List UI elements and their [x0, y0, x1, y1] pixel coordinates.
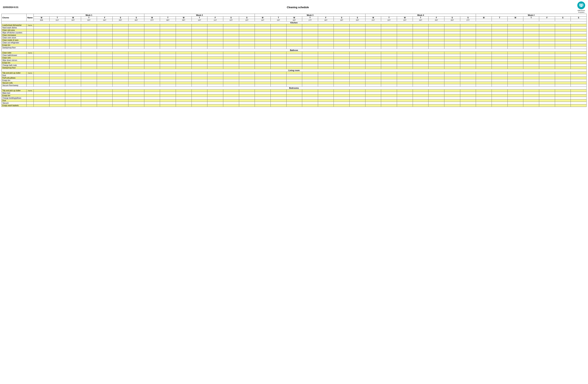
schedule-cell[interactable]: [334, 67, 350, 69]
schedule-cell[interactable]: [81, 37, 97, 39]
schedule-cell[interactable]: [334, 92, 350, 94]
schedule-cell[interactable]: [255, 29, 271, 32]
schedule-cell[interactable]: [381, 92, 397, 94]
schedule-cell[interactable]: [302, 37, 318, 39]
schedule-cell[interactable]: [444, 54, 460, 57]
schedule-cell[interactable]: [81, 34, 97, 37]
schedule-cell[interactable]: [460, 72, 476, 74]
schedule-cell[interactable]: [49, 94, 65, 97]
schedule-cell[interactable]: [302, 62, 318, 64]
schedule-cell[interactable]: [286, 54, 302, 57]
schedule-cell[interactable]: [571, 97, 587, 99]
schedule-cell[interactable]: [413, 44, 429, 46]
schedule-cell[interactable]: [65, 79, 81, 82]
schedule-cell[interactable]: [555, 82, 571, 84]
schedule-cell[interactable]: [318, 82, 334, 84]
schedule-cell[interactable]: [176, 32, 191, 34]
schedule-cell[interactable]: [444, 89, 460, 92]
schedule-cell[interactable]: [255, 84, 271, 87]
schedule-cell[interactable]: [65, 74, 81, 77]
schedule-cell[interactable]: [239, 79, 255, 82]
schedule-cell[interactable]: [523, 32, 539, 34]
schedule-cell[interactable]: [97, 26, 113, 29]
schedule-cell[interactable]: [286, 37, 302, 39]
schedule-cell[interactable]: [539, 72, 555, 74]
schedule-cell[interactable]: [34, 52, 49, 54]
schedule-cell[interactable]: [539, 44, 555, 46]
schedule-cell[interactable]: [476, 94, 492, 97]
schedule-cell[interactable]: [507, 77, 523, 79]
schedule-cell[interactable]: [302, 34, 318, 37]
schedule-cell[interactable]: [334, 94, 350, 97]
schedule-cell[interactable]: [318, 37, 334, 39]
schedule-cell[interactable]: [350, 54, 365, 57]
schedule-cell[interactable]: [286, 67, 302, 69]
schedule-cell[interactable]: [271, 37, 286, 39]
schedule-cell[interactable]: [381, 104, 397, 107]
schedule-cell[interactable]: [444, 74, 460, 77]
schedule-cell[interactable]: [476, 79, 492, 82]
schedule-cell[interactable]: [397, 24, 413, 26]
schedule-cell[interactable]: [365, 41, 381, 44]
schedule-cell[interactable]: [397, 41, 413, 44]
schedule-cell[interactable]: [191, 99, 207, 102]
schedule-cell[interactable]: [97, 97, 113, 99]
schedule-cell[interactable]: [65, 41, 81, 44]
schedule-cell[interactable]: [271, 82, 286, 84]
schedule-cell[interactable]: [239, 89, 255, 92]
schedule-cell[interactable]: [34, 89, 49, 92]
schedule-cell[interactable]: [144, 64, 160, 67]
schedule-cell[interactable]: [539, 64, 555, 67]
schedule-cell[interactable]: [460, 41, 476, 44]
schedule-cell[interactable]: [191, 97, 207, 99]
schedule-cell[interactable]: [34, 72, 49, 74]
schedule-cell[interactable]: [523, 84, 539, 87]
schedule-cell[interactable]: [571, 54, 587, 57]
schedule-cell[interactable]: [191, 84, 207, 87]
schedule-cell[interactable]: [492, 92, 508, 94]
schedule-cell[interactable]: [191, 77, 207, 79]
schedule-cell[interactable]: [444, 99, 460, 102]
schedule-cell[interactable]: [507, 29, 523, 32]
schedule-cell[interactable]: [381, 72, 397, 74]
schedule-cell[interactable]: [286, 82, 302, 84]
schedule-cell[interactable]: [160, 26, 176, 29]
schedule-cell[interactable]: [413, 99, 429, 102]
schedule-cell[interactable]: [97, 89, 113, 92]
schedule-cell[interactable]: [350, 94, 365, 97]
schedule-cell[interactable]: [239, 99, 255, 102]
schedule-cell[interactable]: [334, 99, 350, 102]
schedule-cell[interactable]: [286, 94, 302, 97]
schedule-cell[interactable]: [97, 44, 113, 46]
schedule-cell[interactable]: [429, 102, 444, 104]
schedule-cell[interactable]: [365, 26, 381, 29]
schedule-cell[interactable]: [539, 82, 555, 84]
schedule-cell[interactable]: [492, 26, 508, 29]
schedule-cell[interactable]: [571, 94, 587, 97]
schedule-cell[interactable]: [191, 62, 207, 64]
schedule-cell[interactable]: [65, 72, 81, 74]
schedule-cell[interactable]: [507, 62, 523, 64]
schedule-cell[interactable]: [334, 52, 350, 54]
schedule-cell[interactable]: [207, 34, 223, 37]
schedule-cell[interactable]: [381, 67, 397, 69]
schedule-cell[interactable]: [492, 84, 508, 87]
schedule-cell[interactable]: [350, 72, 365, 74]
schedule-cell[interactable]: [413, 52, 429, 54]
schedule-cell[interactable]: [507, 104, 523, 107]
schedule-cell[interactable]: [113, 97, 128, 99]
schedule-cell[interactable]: [397, 62, 413, 64]
schedule-cell[interactable]: [113, 26, 128, 29]
schedule-cell[interactable]: [413, 57, 429, 59]
schedule-cell[interactable]: [365, 97, 381, 99]
schedule-cell[interactable]: [176, 62, 191, 64]
schedule-cell[interactable]: [160, 62, 176, 64]
schedule-cell[interactable]: [571, 44, 587, 46]
schedule-cell[interactable]: [144, 24, 160, 26]
schedule-cell[interactable]: [49, 89, 65, 92]
schedule-cell[interactable]: [334, 89, 350, 92]
schedule-cell[interactable]: [160, 104, 176, 107]
schedule-cell[interactable]: [191, 74, 207, 77]
schedule-cell[interactable]: [460, 59, 476, 62]
schedule-cell[interactable]: [255, 46, 271, 49]
